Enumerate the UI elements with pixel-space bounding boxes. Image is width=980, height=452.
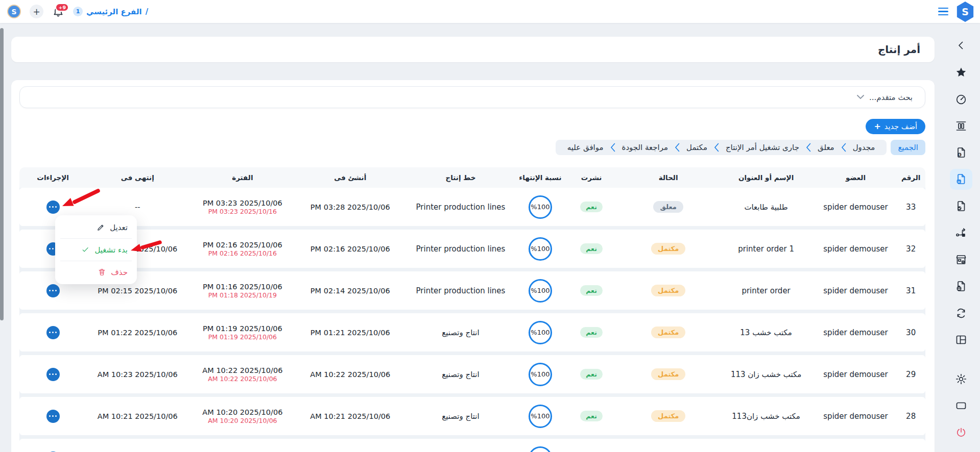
cell-progress: %100 — [517, 363, 563, 386]
cell-created-at: PM 02:14 2025/10/06 — [296, 287, 404, 295]
period-start: AM 10:20 2025/10/06 — [188, 408, 296, 417]
cell-progress: %100 — [517, 195, 563, 219]
menu-item-edit[interactable]: تعديل — [55, 216, 137, 238]
cell-name: طلبية طابعات — [717, 203, 815, 212]
cell-name: مكتب خشب زان113 — [717, 412, 815, 421]
chevron-left-icon — [955, 39, 967, 52]
sidebar-item-store[interactable] — [950, 252, 972, 267]
table-row: 32spider demouserprinter order 1مكتملنعم… — [19, 230, 925, 268]
sidebar-item-screen[interactable] — [950, 398, 972, 413]
app-logo-icon[interactable]: S — [955, 1, 975, 22]
cell-actions — [19, 368, 86, 381]
progress-ring: %100 — [529, 237, 552, 261]
layout-icon — [955, 334, 967, 346]
sidebar-rail: $ — [942, 23, 980, 452]
column-header-6: خط إنتاج — [404, 173, 517, 182]
sidebar-item-power[interactable] — [950, 425, 972, 440]
menu-item-start-run[interactable]: بدء تشغيل — [55, 239, 137, 261]
cell-number: 28 — [896, 412, 925, 421]
tab-status-4[interactable]: مراجعة الجودة — [615, 143, 675, 152]
check-icon — [81, 245, 90, 254]
table-body: 33spider demouserطلبية طابعاتمعلقنعم%100… — [19, 188, 925, 452]
row-context-menu: تعديلبدء تشغيلحذف — [55, 215, 137, 284]
cell-name: مكتب خشب زان 113 — [717, 370, 815, 379]
row-actions-button[interactable] — [46, 284, 60, 297]
published-badge: نعم — [580, 369, 603, 380]
tab-status-3[interactable]: مكتمل — [680, 143, 714, 152]
cell-created-at: AM 10:21 2025/10/06 — [296, 412, 404, 420]
sidebar-item-sync[interactable] — [950, 306, 972, 320]
cell-published: نعم — [563, 285, 619, 296]
tab-status-5[interactable]: موافق عليه — [561, 143, 610, 152]
table-row: 31spider demouserprinter orderمكتملنعم%1… — [19, 271, 925, 310]
period-end: PM 01:18 2025/10/19 — [188, 291, 296, 299]
svg-text:$: $ — [959, 154, 961, 157]
cell-name: printer order — [717, 286, 815, 295]
tab-all[interactable]: الجميع — [891, 140, 925, 155]
tab-status-2[interactable]: جارى تشغيل أمر الإنتاج — [719, 143, 806, 152]
period-end: AM 10:22 2025/10/06 — [188, 375, 296, 383]
progress-ring: %100 — [529, 405, 552, 428]
plus-icon: + — [874, 122, 880, 131]
tab-status-1[interactable]: معلق — [811, 143, 841, 152]
sidebar-item-invoices[interactable]: $ — [950, 145, 972, 160]
sidebar-item-kanban[interactable] — [950, 119, 972, 134]
column-header-7: أنشئ فى — [296, 173, 404, 182]
brand-logo-icon[interactable]: S — [7, 5, 21, 18]
sidebar-item-favorites[interactable] — [950, 65, 972, 80]
hamburger-icon — [938, 8, 948, 9]
sidebar-item-dashboard[interactable] — [950, 92, 972, 107]
sidebar-item-workflow[interactable] — [950, 225, 972, 240]
column-header-1: العضو — [815, 173, 897, 182]
cell-actions — [19, 200, 86, 214]
column-header-10: الإجراءات — [19, 173, 86, 182]
sidebar-item-approved-documents[interactable] — [950, 198, 972, 213]
breadcrumb[interactable]: 1 الفرع الرئيسي / — [73, 7, 148, 16]
row-actions-button[interactable] — [46, 410, 60, 423]
sidebar-item-job-orders[interactable] — [950, 279, 972, 294]
progress-ring: %100 — [529, 446, 552, 452]
cell-period: PM 01:19 2025/10/06PM 01:19 2025/10/06 — [188, 324, 296, 341]
cell-production-line: انتاج وتصنيع — [404, 370, 517, 379]
cell-published: نعم — [563, 202, 619, 212]
cell-member: spider demouser — [815, 286, 897, 295]
sidebar-item-layout[interactable] — [950, 333, 972, 347]
sidebar-item-settings[interactable] — [950, 371, 972, 386]
column-header-5: نسبة الإنتهاء — [517, 173, 563, 182]
row-actions-button[interactable] — [46, 368, 60, 381]
column-header-9: إنتهى فى — [86, 173, 188, 182]
cell-number: 33 — [896, 203, 925, 212]
row-actions-button[interactable] — [46, 200, 60, 214]
sidebar-item-collapse[interactable] — [950, 38, 972, 53]
cell-finished-at: PM 01:22 2025/10/06 — [86, 329, 188, 337]
period-start: AM 10:22 2025/10/06 — [188, 366, 296, 375]
chevron-separator-icon — [714, 143, 719, 152]
power-icon — [955, 426, 967, 439]
table-row: 28spider demouserمكتب خشب زان113مكتملنعم… — [19, 397, 925, 435]
column-header-8: الفترة — [188, 173, 296, 182]
table-row: 33spider demouserطلبية طابعاتمعلقنعم%100… — [19, 188, 925, 226]
cell-status: مكتمل — [619, 285, 717, 296]
vertical-scrollbar[interactable] — [0, 28, 4, 320]
app-root: { "topbar": { "logo_letter": "S", "notif… — [0, 0, 980, 452]
cell-published: نعم — [563, 327, 619, 338]
status-badge: مكتمل — [651, 327, 685, 338]
cell-published: نعم — [563, 411, 619, 421]
sidebar-item-production-orders[interactable] — [950, 169, 972, 190]
cell-production-line: انتاج وتصنيع — [404, 328, 517, 337]
menu-item-delete[interactable]: حذف — [55, 261, 137, 283]
published-badge: نعم — [580, 327, 603, 338]
notifications-button[interactable]: +9 — [52, 5, 64, 18]
progress-ring: %100 — [529, 321, 552, 344]
cell-period: PM 03:23 2025/10/06PM 03:23 2025/10/16 — [188, 198, 296, 216]
advanced-search-field[interactable]: بحث متقدم... — [19, 86, 925, 108]
tab-status-0[interactable]: مجدول — [846, 143, 882, 152]
cell-member: spider demouser — [815, 412, 897, 421]
row-actions-button[interactable] — [46, 326, 60, 339]
cell-period: AM 10:20 2025/10/06AM 10:20 2025/10/06 — [188, 408, 296, 425]
add-new-button[interactable]: + أضف جديد — [866, 119, 925, 134]
cell-production-line: Printer production lines — [404, 286, 517, 295]
quick-add-button[interactable]: + — [30, 5, 43, 18]
menu-toggle-button[interactable] — [938, 8, 948, 15]
cell-period: PM 01:16 2025/10/06PM 01:18 2025/10/19 — [188, 282, 296, 299]
